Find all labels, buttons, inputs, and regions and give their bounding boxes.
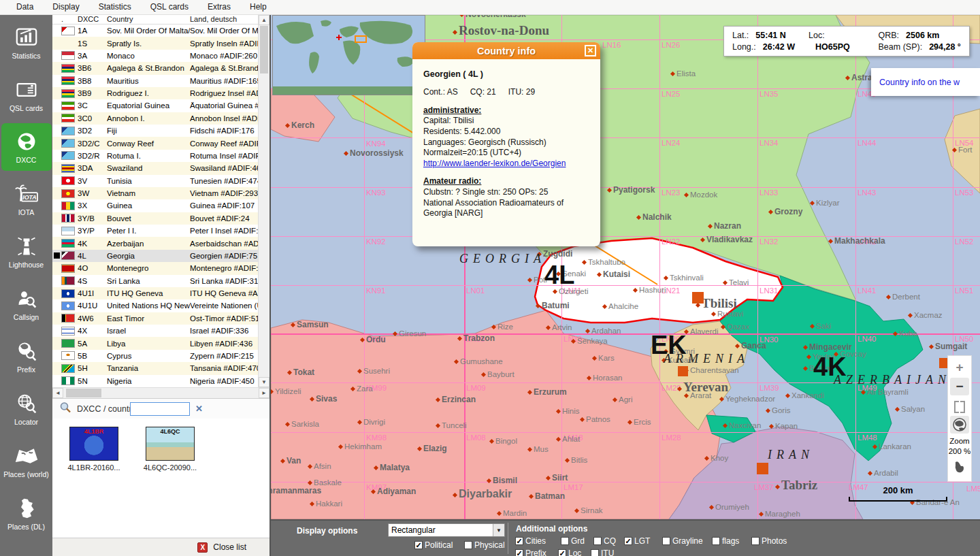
close-icon[interactable]: ✕ — [585, 45, 596, 56]
country-info-tooltip[interactable]: Country info on the w — [871, 68, 980, 96]
popup-link[interactable]: http://www.laender-lexikon.de/Georgien — [423, 159, 566, 168]
checkbox-loc[interactable]: ✓Loc — [558, 549, 581, 556]
qsl-card-image[interactable]: 4L1BR — [69, 427, 118, 461]
table-row[interactable]: 3AMonacoMonaco #ADIF:260 — [52, 50, 258, 62]
checkbox-box[interactable]: ✓ — [515, 549, 523, 556]
table-row[interactable]: 3Y/PPeter I I.Peter I Insel #ADIF:1 — [52, 225, 258, 237]
checkbox-political[interactable]: ✓Political — [414, 540, 453, 550]
scroll-down-button[interactable]: ▼ — [259, 377, 270, 387]
table-row[interactable]: 5NNigeriaNigeria #ADIF:450 — [52, 375, 258, 387]
search-input[interactable] — [130, 402, 190, 416]
fit-extent-button[interactable] — [950, 397, 969, 414]
sidebar-item-places-world[interactable]: Places (world) — [1, 435, 52, 487]
dropdown-arrow-icon[interactable]: ▼ — [493, 524, 504, 536]
checkbox-cities[interactable]: ✓Cities — [515, 536, 546, 546]
table-row[interactable]: 3B6Agalega & St.BrandonAgalega & St.Bran… — [52, 62, 258, 74]
checkbox-box[interactable]: ✓ — [414, 541, 423, 549]
sidebar-item-iota[interactable]: IOTAIOTA — [1, 173, 52, 225]
menu-item-data[interactable]: Data — [7, 1, 43, 14]
table-row[interactable]: 3DASwazilandSwasiland #ADIF:468 — [52, 162, 258, 174]
projection-dropdown[interactable]: Rectangular ▼ — [388, 523, 505, 537]
column-header[interactable]: . — [61, 15, 78, 24]
checkbox-lgt[interactable]: ✓LGT — [624, 536, 650, 546]
checkbox-grd[interactable]: Grd — [561, 536, 585, 546]
scroll-right-button[interactable]: ► — [259, 388, 270, 398]
table-row[interactable]: 4XIsraelIsrael #ADIF:336 — [52, 325, 258, 337]
sidebar-item-statistics[interactable]: Statistics — [1, 16, 52, 69]
checkbox-box[interactable] — [593, 537, 602, 545]
menu-item-qsl-cards[interactable]: QSL cards — [141, 1, 198, 14]
close-list-icon[interactable]: X — [197, 542, 208, 553]
table-row[interactable]: 5ALibyaLibyen #ADIF:436 — [52, 337, 258, 349]
table-row[interactable]: 1SSpratly Is.Spratly Inseln #ADIF: — [52, 37, 258, 49]
sidebar-item-places-dl[interactable]: Places (DL) — [1, 487, 52, 540]
checkbox-prefix[interactable]: ✓Prefix — [515, 549, 546, 556]
table-row[interactable]: 5HTanzaniaTansania #ADIF:470 — [52, 362, 258, 374]
table-row[interactable]: 3WVietnamVietnam #ADIF:293 — [52, 187, 258, 199]
zoom-in-button[interactable]: + — [950, 359, 969, 376]
checkbox-box[interactable] — [464, 541, 472, 549]
sidebar-item-prefix[interactable]: Prefix — [1, 330, 52, 382]
scroll-thumb[interactable] — [66, 389, 101, 397]
search-clear-icon[interactable]: ✕ — [195, 404, 203, 414]
checkbox-itu[interactable]: ITU — [591, 549, 614, 556]
checkbox-box[interactable] — [662, 537, 670, 545]
table-row[interactable]: 4KAzerbaijanAserbaidschan #ADI — [52, 237, 258, 249]
qsl-thumbnail[interactable]: 4L6QC4L6QC-20090... — [144, 427, 197, 472]
table-header[interactable]: .DXCCCountryLand, deutsch — [52, 15, 258, 24]
qsl-card-image[interactable]: 4L6QC — [146, 427, 195, 461]
checkbox-flags[interactable]: flags — [712, 536, 739, 546]
checkbox-box[interactable] — [591, 549, 599, 556]
table-row[interactable]: 4W6East TimorOst-Timor #ADIF:511 — [52, 312, 258, 325]
scroll-up-button[interactable]: ▲ — [259, 15, 270, 25]
checkbox-box[interactable] — [561, 537, 569, 545]
sidebar-item-callsign[interactable]: Callsign — [1, 278, 52, 330]
column-header[interactable]: DXCC — [78, 15, 107, 24]
table-row[interactable]: 3D2/RRotuma I.Rotuma Insel #ADIF: — [52, 150, 258, 162]
checkbox-cq[interactable]: CQ — [593, 536, 616, 546]
sidebar-item-lighthouse[interactable]: Lighthouse — [1, 225, 52, 278]
world-view-button[interactable] — [950, 416, 969, 434]
close-list-label[interactable]: Close list — [213, 542, 246, 552]
table-row[interactable]: 3VTunisiaTunesien #ADIF:474 — [52, 175, 258, 187]
table-row[interactable]: 4U1UUnited Nations HQ NewVereinte Nation… — [52, 299, 258, 312]
table-row[interactable]: 3D2FijiFidschi #ADIF:176 — [52, 125, 258, 137]
map-canvas[interactable]: KN94KN93KN92KN91KN90KM99KM98KM97LN01LN00… — [271, 15, 980, 519]
sidebar-item-qsl-cards[interactable]: QSL cards — [1, 69, 52, 121]
table-row[interactable]: 4U1IITU HQ GenevaITU HQ Geneva #AD — [52, 287, 258, 299]
scroll-left-button[interactable]: ◄ — [52, 388, 63, 398]
table-row[interactable]: 3C0Annobon I.Annobon Insel #ADI — [52, 112, 258, 125]
sidebar-item-locator[interactable]: Locator — [1, 382, 52, 435]
checkbox-box[interactable] — [751, 537, 760, 545]
qsl-thumbnail[interactable]: 4L1BR4L1BR-20160... — [67, 427, 120, 472]
table-row[interactable]: 3XGuineaGuinea #ADIF:107 — [52, 199, 258, 212]
table-row[interactable]: 3Y/BBouvetBouvet #ADIF:24 — [52, 212, 258, 225]
popup-header[interactable]: Country info ✕ — [412, 42, 600, 59]
sidebar-item-dxcc[interactable]: DXCC — [1, 123, 52, 171]
table-row[interactable]: 3CEquatorial GuineaÄquatorial Guinea # — [52, 99, 258, 112]
menu-item-statistics[interactable]: Statistics — [89, 1, 141, 14]
table-row[interactable]: 5BCyprusZypern #ADIF:215 — [52, 350, 258, 362]
checkbox-box[interactable]: ✓ — [558, 549, 566, 556]
menu-item-display[interactable]: Display — [43, 1, 88, 14]
column-header[interactable] — [52, 15, 61, 24]
checkbox-box[interactable]: ✓ — [515, 537, 523, 545]
zoom-out-button[interactable]: − — [950, 378, 969, 395]
column-header[interactable]: Land, deutsch — [190, 15, 258, 24]
world-overview-map[interactable] — [272, 15, 425, 95]
checkbox-box[interactable] — [712, 537, 720, 545]
scroll-thumb[interactable] — [260, 26, 268, 73]
table-row[interactable]: 3B8MauritiusMauritius #ADIF:165 — [52, 75, 258, 87]
checkbox-photos[interactable]: Photos — [751, 536, 787, 546]
checkbox-physical[interactable]: Physical — [464, 540, 505, 550]
table-row[interactable]: 4LGeorgiaGeorgien #ADIF:75 — [52, 250, 258, 262]
table-row[interactable]: 3B9Rodriguez I.Rodriguez Insel #AD — [52, 87, 258, 99]
pan-hand-button[interactable] — [950, 458, 969, 476]
column-header[interactable]: Country — [107, 15, 190, 24]
vertical-scrollbar[interactable]: ▲ ▼ — [258, 15, 270, 387]
menu-item-extras[interactable]: Extras — [198, 1, 240, 14]
table-row[interactable]: 4OMontenegroMontenegro #ADIF: — [52, 262, 258, 274]
horizontal-scrollbar[interactable]: ◄ ► — [52, 387, 270, 398]
checkbox-box[interactable]: ✓ — [624, 537, 632, 545]
table-row[interactable]: 4SSri LankaSri Lanka #ADIF:315 — [52, 275, 258, 287]
